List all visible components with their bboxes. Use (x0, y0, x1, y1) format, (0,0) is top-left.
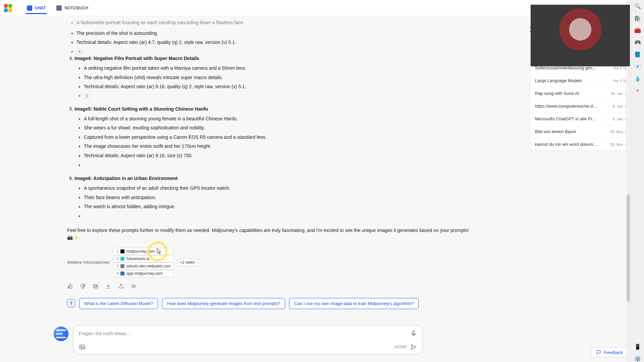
ref-badge[interactable]: 5 (84, 93, 470, 99)
activity-title: kannst du mir ein word dokument ers (535, 142, 599, 147)
scrollbar-thumb[interactable] (627, 194, 630, 302)
source-pill[interactable]: 3aitools-dev.neilpatel.com (113, 262, 174, 270)
bullet: A fashionable portrait focusing on each … (76, 19, 470, 26)
outlook-icon[interactable]: 📧 (634, 63, 641, 70)
thumbs-down-icon[interactable] (80, 283, 86, 289)
bullet: Technical details: Aspect ratio (ar) 9:1… (84, 83, 470, 90)
question-icon: ? (67, 299, 75, 307)
new-topic-button[interactable] (54, 326, 68, 341)
activity-row[interactable]: kannst du mir ein word dokument ers28. N… (530, 138, 638, 150)
plus-icon[interactable]: ＋ (634, 87, 641, 94)
send-icon[interactable] (410, 344, 417, 350)
image-section: Image6: Anticipation in an Urban Environ… (74, 176, 470, 219)
copy-icon[interactable] (93, 283, 99, 289)
bullet: Technical details: Aspect ratio (ar) 9:1… (84, 153, 470, 159)
char-counter: 0/2000 (394, 345, 407, 349)
bullet: The image showcases her entire outfit an… (84, 143, 470, 150)
activity-title: https://www.computerwoche.de/a/mi (535, 104, 599, 109)
bullet: A striking negative film portrait taken … (84, 65, 470, 72)
suggestion-pill[interactable]: Can I use my own image data to train Mid… (289, 298, 419, 309)
shopping-icon[interactable]: 🛍️ (634, 15, 641, 21)
message-actions (67, 283, 470, 289)
download-icon[interactable] (105, 283, 111, 289)
suggestion-pill[interactable]: How does Midjourney generate images from… (162, 298, 285, 309)
source-pill[interactable]: 4app-midjourney.com (113, 270, 174, 277)
activity-row[interactable]: Large Language ModelsVor 2 Tagen (530, 74, 638, 87)
source-pill[interactable]: 2futuretools.io (113, 255, 174, 262)
mic-icon[interactable] (410, 330, 417, 337)
bullet: The precision of the shot is astounding. (76, 30, 470, 37)
bullet: Their face beams with anticipation. (84, 194, 470, 201)
activity-row[interactable]: Microsofts ChatGPT in alle Produkte in8.… (530, 113, 638, 125)
office-icon[interactable]: 📘 (634, 51, 641, 58)
games-icon[interactable]: 🎮 (634, 39, 641, 46)
settings-icon[interactable]: ⚙️ (634, 355, 641, 362)
thumbs-up-icon[interactable] (67, 283, 73, 289)
tab-chat[interactable]: CHAT (21, 0, 51, 16)
tab-label: CHAT (35, 6, 46, 10)
chat-scroll-area[interactable]: A fashionable portrait focusing on each … (0, 16, 530, 362)
ms-logo-icon (4, 4, 12, 12)
bullet: She wears a fur shawl, exuding sophistic… (84, 125, 470, 131)
image-upload-icon[interactable] (79, 344, 86, 350)
ref-badge[interactable]: 4 (76, 49, 470, 55)
section-heading: Image6: Anticipation in an Urban Environ… (74, 176, 470, 181)
bullet: The watch is almost hidden, adding intri… (84, 203, 470, 210)
activity-title: Rap song with Suno AI (535, 91, 579, 96)
source-pill[interactable]: 1midjourney.com (113, 248, 174, 255)
bullet: The ultra-high definition (uhd) reveals … (84, 74, 470, 81)
svg-rect-1 (94, 284, 97, 287)
chat-icon (27, 5, 32, 11)
svg-point-4 (81, 346, 82, 347)
bullet: Technical details: Aspect ratio (ar) 4:7… (76, 39, 470, 46)
composer: 0/2000 (73, 325, 423, 354)
activity-title: Bild von einem Baum (535, 129, 576, 134)
suggestion-pill[interactable]: What is the Latent Diffusion Model? (79, 298, 158, 309)
tab-notebook[interactable]: NOTIZBUCH (51, 0, 94, 16)
activity-title: Microsofts ChatGPT in alle Produkte in (535, 116, 599, 121)
section-heading: Image5: Noble Court Setting with a Stunn… (74, 106, 470, 112)
edge-sidebar: 🔍 🛍️ 🧰 🎮 📘 📧 💧 ＋ 📱 ⚙️ (631, 0, 644, 362)
bullet-empty (84, 162, 470, 169)
bullet: A spontaneous snapshot of an adult check… (84, 185, 470, 192)
bullet: A full-length shot of a stunning young f… (84, 116, 470, 122)
phone-icon[interactable]: 📱 (634, 343, 641, 350)
more-sources-pill[interactable]: +2 mehr (177, 259, 198, 266)
activity-row[interactable]: Rap song with Suno AI24. Jan. 2024 (530, 87, 638, 100)
bullet-empty (84, 213, 470, 220)
tab-label: NOTIZBUCH (64, 6, 88, 10)
chat-input[interactable] (79, 331, 410, 336)
svg-rect-0 (95, 285, 98, 288)
image-section: Image5: Noble Court Setting with a Stunn… (74, 106, 470, 169)
drop-icon[interactable]: 💧 (634, 75, 641, 82)
tools-icon[interactable]: 🧰 (634, 27, 641, 34)
activity-row[interactable]: https://www.computerwoche.de/a/mi8. Jan.… (530, 100, 638, 113)
notebook-icon (56, 5, 62, 11)
search-icon[interactable]: 🔍 (634, 3, 641, 9)
activity-row[interactable]: Bild von einem Baum29. Nov. 2023 (530, 125, 638, 138)
more-info-label: Weitere Informationen (67, 260, 110, 265)
outro-text: Feel free to explore these prompts furth… (67, 227, 470, 241)
image-section: Image4: Negative Film Portrait with Supe… (74, 56, 470, 99)
svg-rect-2 (413, 331, 415, 335)
feedback-button[interactable]: Feedback (591, 347, 627, 357)
speaker-icon[interactable] (131, 283, 137, 289)
share-icon[interactable] (118, 283, 124, 289)
webcam-overlay (531, 5, 630, 66)
section-heading: Image4: Negative Film Portrait with Supe… (74, 56, 470, 61)
activity-title: Large Language Models (535, 78, 582, 83)
bullet: Captured from a lower perspective using … (84, 134, 470, 141)
